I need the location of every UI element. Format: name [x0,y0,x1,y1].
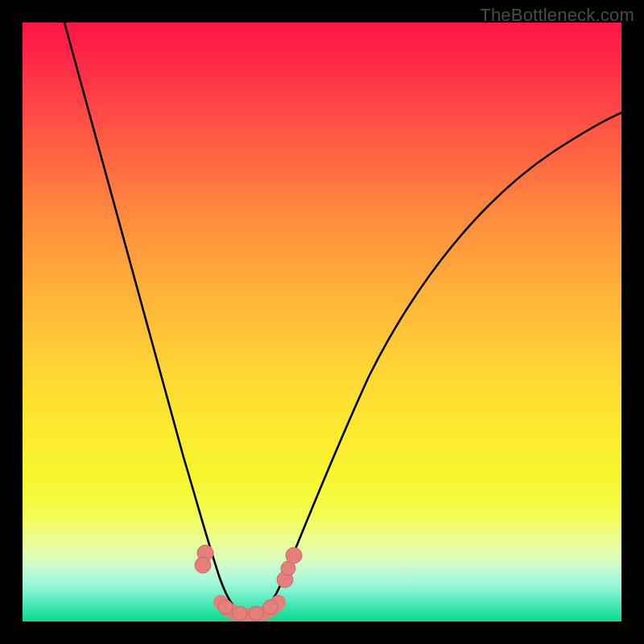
svg-point-3 [233,606,247,621]
marker-cluster [195,545,302,621]
chart-frame: TheBottleneck.com [0,0,644,644]
watermark-text: TheBottleneck.com [480,5,634,26]
svg-point-8 [286,547,302,564]
bottleneck-curve [64,23,621,615]
svg-point-4 [249,606,263,621]
svg-point-5 [263,600,278,614]
svg-point-1 [195,557,211,573]
plot-area [23,23,621,621]
curve-layer [23,23,621,621]
svg-point-2 [218,600,233,614]
